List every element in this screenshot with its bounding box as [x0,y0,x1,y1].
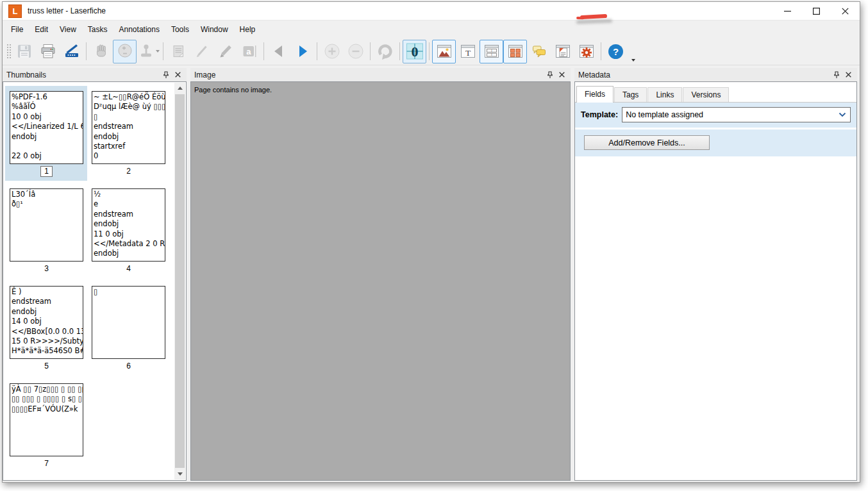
zoom-tool-button[interactable] [113,40,137,63]
thumbnail-page-6[interactable]: ▯ [92,286,165,359]
next-page-button[interactable] [290,40,314,63]
toolbar: a0TII? [3,38,860,65]
menu-edit[interactable]: Edit [29,22,54,37]
svg-text:I: I [491,49,492,53]
template-label: Template: [581,110,618,119]
text-pane-button[interactable]: T [456,40,480,63]
metadata-panel: Metadata FieldsTagsLinksVersions Templat… [574,68,857,481]
zoom-out-button[interactable] [344,40,367,63]
previous-page-button[interactable] [267,40,290,63]
redo-button[interactable] [373,40,397,63]
tab-links[interactable]: Links [647,87,682,102]
thumbnail-cell-2[interactable]: ~ ±L~▯▯R@éÖ Éöù▯D²uqµ lÆè@ ùý ▯▯▯E▯endst… [87,86,169,181]
toolbar-separator [163,42,163,60]
toolbar-separator [601,42,601,60]
tab-fields[interactable]: Fields [576,86,613,103]
menu-tools[interactable]: Tools [165,22,195,37]
menu-window[interactable]: Window [195,22,234,37]
thumbnail-number-6: 6 [122,361,135,372]
thumbnail-page-5[interactable]: Ê )endstreamendobj14 0 obj<</BBox[0.0 0.… [10,286,83,359]
scan-icon [63,43,80,60]
thumbnails-scrollbar[interactable] [174,83,185,479]
thumbnail-cell-6[interactable]: ▯6 [87,281,169,376]
zoom-in-button[interactable] [320,40,344,63]
document-pane-icon [555,43,571,60]
print-button[interactable] [36,40,60,63]
chevron-up-icon [178,87,183,90]
menu-help[interactable]: Help [234,22,262,37]
document-pane-button[interactable] [551,40,574,63]
tab-versions[interactable]: Versions [683,87,729,102]
thumbnails-pane-button[interactable]: II [480,40,503,63]
close-panel-icon[interactable] [559,72,565,78]
thumbnails-panel-header: Thumbnails [3,68,187,81]
thumbnail-cell-1[interactable]: %PDF-1.6%âãÏÓ10 0 obj<</Linearized 1/L 6… [5,86,87,181]
options-gear-icon [578,43,595,60]
main-area: Thumbnails %PDF-1.6%âãÏÓ10 0 obj<</Linea… [3,65,860,482]
close-panel-icon[interactable] [846,72,851,78]
tab-tags[interactable]: Tags [614,87,647,102]
close-button[interactable] [831,2,860,20]
zoom-in-icon [323,42,341,60]
pin-icon[interactable] [547,71,553,79]
add-remove-fields-button[interactable]: Add/Remove Fields... [584,135,710,150]
pin-icon[interactable] [833,71,840,79]
fields-pane-button[interactable] [503,40,527,63]
thumbnail-page-4[interactable]: ½eendstreamendobj11 0 obj<</Metadata 2 0… [92,188,165,262]
menu-view[interactable]: View [54,22,82,37]
save-button[interactable] [12,40,36,63]
maximize-button[interactable] [802,2,831,20]
menu-tasks[interactable]: Tasks [82,22,113,37]
text-pane-icon: T [460,43,476,60]
toolbar-overflow-button[interactable] [628,39,638,64]
select-tool-button[interactable] [137,40,160,63]
fields-button-strip: Add/Remove Fields... [575,129,856,156]
thumbnail-page-2[interactable]: ~ ±L~▯▯R@éÖ Éöù▯D²uqµ lÆè@ ùý ▯▯▯E▯endst… [92,91,165,164]
pan-button[interactable] [89,40,113,63]
help-button[interactable]: ? [604,40,628,63]
close-panel-icon[interactable] [175,72,181,78]
toolbar-separator [317,42,317,60]
toolbar-separator [370,42,371,60]
thumbnail-cell-7[interactable]: ÿÀ ▯▯ 7▯z▯▯▯ ▯ ▯▯ ▯▯ ÿ▯▯ ▯▯▯ ▯ ▯▯▯▯ ▯ s▯… [5,378,87,473]
menu-annotations[interactable]: Annotations [113,22,165,37]
thumbnail-number-7: 7 [40,458,53,469]
highlighter-button[interactable] [213,40,237,63]
sticky-note-button[interactable] [166,40,190,63]
options-button[interactable] [574,40,598,63]
image-pane-button[interactable] [432,40,456,63]
annotations-button[interactable] [527,40,551,63]
app-window: L truss letter - Laserfiche FileEditView… [2,1,860,483]
image-panel-title: Image [194,71,215,79]
scroll-up-button[interactable] [174,83,185,94]
thumbnails-pane-icon: II [483,43,500,60]
menu-bar: FileEditViewTasksAnnotationsToolsWindowH… [3,20,860,38]
scrollbar-thumb[interactable] [175,94,185,468]
toolbar-drag-handle[interactable] [6,43,11,60]
pages-view-icon: 0 [406,42,424,60]
metadata-tabs: FieldsTagsLinksVersions [575,82,856,103]
template-select[interactable]: No template assigned [622,107,851,122]
template-select-value: No template assigned [626,110,703,119]
pin-icon[interactable] [163,71,169,79]
pen-icon [194,43,210,60]
redaction-button[interactable]: a [237,40,261,63]
thumbnail-cell-4[interactable]: ½eendstreamendobj11 0 obj<</Metadata 2 0… [87,183,169,278]
pen-button[interactable] [190,40,213,63]
thumbnail-cell-3[interactable]: L30´Íâð▯¹3 [5,183,87,278]
scroll-down-button[interactable] [174,469,185,479]
zoom-out-icon [347,42,365,60]
menu-file[interactable]: File [5,22,29,37]
image-body: Page contains no image. [190,81,571,481]
print-icon [40,43,56,60]
thumbnail-page-1[interactable]: %PDF-1.6%âãÏÓ10 0 obj<</Linearized 1/L 6… [10,91,83,164]
minimize-button[interactable] [773,2,802,20]
image-placeholder-text: Page contains no image. [194,86,272,94]
pages-view-button[interactable]: 0 [403,40,426,63]
thumbnail-cell-5[interactable]: Ê )endstreamendobj14 0 obj<</BBox[0.0 0.… [5,281,87,376]
dropdown-arrow-icon [156,50,160,53]
scan-button[interactable] [60,40,83,63]
thumbnail-page-3[interactable]: L30´Íâð▯¹ [10,188,83,262]
thumbnail-page-7[interactable]: ÿÀ ▯▯ 7▯z▯▯▯ ▯ ▯▯ ▯▯ ÿ▯▯ ▯▯▯ ▯ ▯▯▯▯ ▯ s▯… [10,383,83,456]
minimize-icon [784,8,791,15]
